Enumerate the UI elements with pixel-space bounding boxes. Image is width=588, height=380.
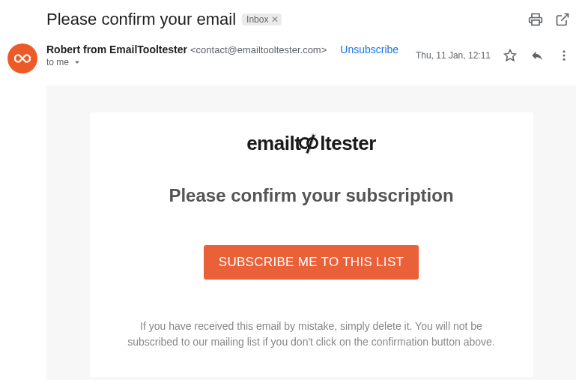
chevron-down-icon — [72, 57, 82, 67]
sender-name: Robert from EmailTooltester — [46, 43, 187, 55]
more-button[interactable] — [552, 43, 576, 67]
from-line: Robert from EmailTooltester <contact@ema… — [46, 43, 398, 55]
email-date: Thu, 11 Jan, 12:11 — [416, 50, 491, 61]
content-card: emailtltester Please confirm your subscr… — [90, 112, 533, 377]
infinity-icon — [14, 50, 31, 67]
logo-text-post: ltester — [320, 132, 376, 155]
email-subject: Please confirm your email — [46, 10, 236, 29]
disclaimer-text: If you have received this email by mista… — [108, 319, 515, 350]
svg-point-4 — [563, 58, 566, 61]
close-icon[interactable]: ✕ — [271, 14, 279, 25]
to-dropdown[interactable]: to me — [46, 57, 398, 67]
svg-point-2 — [563, 50, 566, 52]
star-button[interactable] — [498, 43, 522, 67]
email-header: Please confirm your email Inbox ✕ — [0, 0, 588, 39]
email-body: emailtltester Please confirm your subscr… — [46, 85, 576, 380]
open-external-icon — [555, 12, 570, 27]
logo-infinity-icon — [299, 136, 321, 151]
reply-icon — [530, 49, 544, 62]
label-chip[interactable]: Inbox ✕ — [242, 13, 282, 25]
more-vertical-icon — [557, 49, 571, 62]
svg-rect-0 — [532, 20, 539, 25]
brand-logo: emailtltester — [246, 132, 376, 155]
sender-email: <contact@emailtooltester.com> — [190, 44, 327, 55]
meta-actions: Thu, 11 Jan, 12:11 — [416, 43, 576, 67]
star-icon — [503, 49, 517, 62]
open-new-window-button[interactable] — [549, 6, 576, 33]
reply-button[interactable] — [525, 43, 549, 67]
unsubscribe-link[interactable]: Unsubscribe — [340, 43, 398, 55]
body-heading: Please confirm your subscription — [108, 185, 515, 206]
print-button[interactable] — [522, 6, 549, 33]
email-meta: Robert from EmailTooltester <contact@ema… — [0, 39, 588, 73]
sender-avatar[interactable] — [7, 43, 37, 73]
to-text: to me — [46, 57, 69, 67]
sender-info: Robert from EmailTooltester <contact@ema… — [46, 43, 398, 67]
logo-text-pre: emailt — [246, 132, 300, 155]
subscribe-button[interactable]: SUBSCRIBE ME TO THIS LIST — [204, 245, 419, 280]
label-chip-text: Inbox — [246, 14, 268, 25]
print-icon — [528, 12, 543, 27]
svg-point-3 — [563, 55, 566, 57]
svg-marker-1 — [505, 50, 516, 61]
